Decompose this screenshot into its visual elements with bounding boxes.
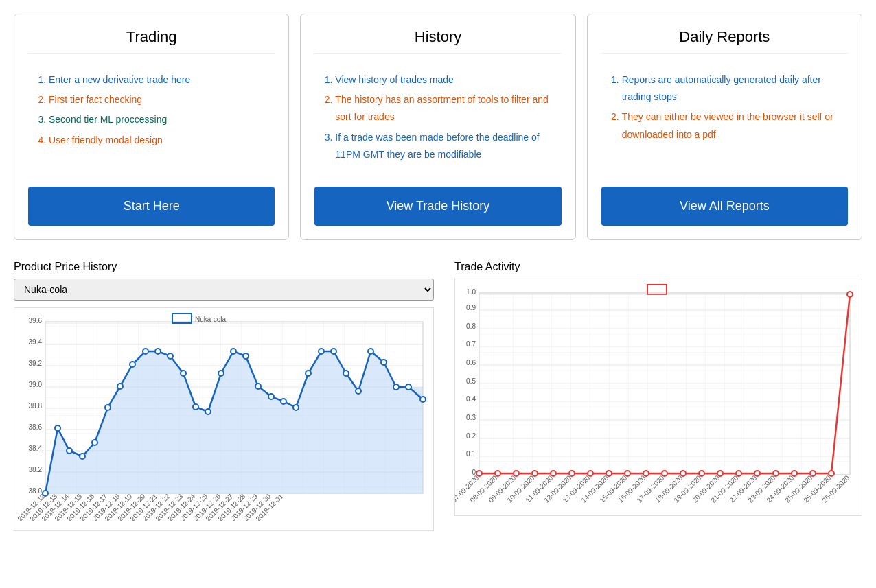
svg-point-43 xyxy=(293,405,299,410)
svg-point-49 xyxy=(368,349,373,354)
svg-text:38.4: 38.4 xyxy=(29,445,43,452)
svg-text:38.2: 38.2 xyxy=(29,466,43,473)
view-trade-history-button[interactable]: View Trade History xyxy=(314,187,561,226)
svg-text:39.6: 39.6 xyxy=(29,317,43,325)
svg-point-105 xyxy=(588,471,593,476)
history-card-list: View history of trades made The history … xyxy=(314,64,561,173)
reports-card: Daily Reports Reports are automatically … xyxy=(587,14,862,240)
svg-point-110 xyxy=(680,471,686,476)
list-item: View history of trades made xyxy=(335,71,554,89)
svg-point-46 xyxy=(331,349,336,354)
svg-point-48 xyxy=(356,388,361,394)
svg-point-102 xyxy=(532,471,538,476)
history-card-title: History xyxy=(314,28,561,54)
list-item: Reports are automatically generated dail… xyxy=(622,71,841,106)
svg-point-42 xyxy=(281,399,286,404)
list-item: If a trade was been made before the dead… xyxy=(335,129,554,163)
trade-activity-chart-title: Trade Activity xyxy=(454,261,862,273)
list-item: First tier fact checking xyxy=(49,91,268,108)
trading-card-title: Trading xyxy=(28,28,275,54)
svg-point-109 xyxy=(662,471,667,476)
svg-point-116 xyxy=(792,471,797,476)
svg-point-108 xyxy=(643,471,649,476)
list-item: Second tier ML proccessing xyxy=(49,111,268,128)
svg-point-25 xyxy=(67,448,72,454)
view-all-reports-button[interactable]: View All Reports xyxy=(601,187,848,226)
svg-text:0.5: 0.5 xyxy=(466,377,476,385)
svg-point-52 xyxy=(406,384,411,390)
price-history-chart-container: Product Price History Nuka-cola xyxy=(14,261,434,531)
svg-text:39.2: 39.2 xyxy=(29,360,43,367)
svg-point-40 xyxy=(255,384,261,389)
svg-point-26 xyxy=(80,454,85,459)
svg-point-117 xyxy=(810,471,816,476)
svg-point-44 xyxy=(306,371,311,376)
svg-text:38.8: 38.8 xyxy=(29,402,43,410)
svg-point-111 xyxy=(699,471,704,476)
svg-point-113 xyxy=(736,471,741,476)
svg-text:1.0: 1.0 xyxy=(466,288,476,296)
svg-point-39 xyxy=(243,353,249,359)
start-here-button[interactable]: Start Here xyxy=(28,187,275,226)
svg-point-50 xyxy=(381,360,387,365)
charts-section: Product Price History Nuka-cola xyxy=(14,261,862,531)
svg-point-45 xyxy=(319,349,324,354)
svg-point-114 xyxy=(754,471,760,476)
svg-text:0.8: 0.8 xyxy=(466,322,476,330)
svg-rect-74 xyxy=(479,293,850,475)
svg-point-51 xyxy=(393,384,399,390)
svg-text:0.6: 0.6 xyxy=(466,359,476,366)
svg-point-53 xyxy=(420,397,426,402)
list-item: User friendly modal design xyxy=(49,132,268,149)
list-item: They can either be viewed in the browser… xyxy=(622,108,841,143)
trading-card-list: Enter a new derivative trade here First … xyxy=(28,64,275,173)
svg-text:0.2: 0.2 xyxy=(466,432,476,440)
svg-point-106 xyxy=(606,471,612,476)
svg-point-103 xyxy=(551,471,556,476)
svg-text:38.6: 38.6 xyxy=(29,423,43,431)
svg-text:0.1: 0.1 xyxy=(466,450,476,458)
svg-text:Nuka-cola: Nuka-cola xyxy=(195,316,226,323)
cards-container: Trading Enter a new derivative trade her… xyxy=(14,14,862,240)
svg-point-27 xyxy=(92,440,97,445)
history-card: History View history of trades made The … xyxy=(300,14,575,240)
svg-point-112 xyxy=(717,471,723,476)
svg-point-29 xyxy=(117,384,123,389)
svg-point-118 xyxy=(829,471,834,476)
svg-text:0.3: 0.3 xyxy=(466,414,476,421)
svg-point-41 xyxy=(268,394,274,399)
svg-point-32 xyxy=(155,349,161,354)
svg-point-33 xyxy=(168,353,173,359)
svg-point-100 xyxy=(495,471,500,476)
svg-point-47 xyxy=(343,371,349,376)
price-history-svg: 38.0 38.2 38.4 38.6 38.8 39.0 39.2 39.4 … xyxy=(14,308,433,528)
svg-point-37 xyxy=(218,371,224,376)
svg-point-104 xyxy=(569,471,575,476)
svg-point-30 xyxy=(130,362,135,367)
svg-point-34 xyxy=(181,371,186,376)
price-history-chart-title: Product Price History xyxy=(14,261,434,273)
svg-text:39.0: 39.0 xyxy=(29,381,43,388)
list-item: Enter a new derivative trade here xyxy=(49,71,268,89)
svg-point-28 xyxy=(105,405,111,410)
svg-text:0.9: 0.9 xyxy=(466,304,476,311)
svg-point-107 xyxy=(625,471,630,476)
product-select[interactable]: Nuka-cola xyxy=(14,279,434,301)
svg-point-115 xyxy=(773,471,779,476)
list-item: The history has an assortment of tools t… xyxy=(335,91,554,126)
svg-point-35 xyxy=(193,404,198,410)
svg-point-101 xyxy=(514,471,519,476)
svg-text:39.4: 39.4 xyxy=(29,338,43,346)
trade-activity-chart: 0 0.1 0.2 0.3 0.4 0.5 0.6 0.7 0.8 0.9 1.… xyxy=(454,279,862,516)
svg-point-31 xyxy=(143,349,148,354)
svg-point-38 xyxy=(231,349,236,354)
trade-activity-chart-container: Trade Activity 0 0.1 0.2 0.3 xyxy=(454,261,862,531)
price-history-chart: 38.0 38.2 38.4 38.6 38.8 39.0 39.2 39.4 … xyxy=(14,307,434,531)
svg-point-119 xyxy=(847,292,853,297)
svg-text:0.4: 0.4 xyxy=(466,395,476,403)
reports-card-title: Daily Reports xyxy=(601,28,848,54)
svg-point-24 xyxy=(55,425,60,431)
svg-text:0.7: 0.7 xyxy=(466,340,476,348)
svg-point-99 xyxy=(476,471,482,476)
svg-point-36 xyxy=(205,409,211,414)
